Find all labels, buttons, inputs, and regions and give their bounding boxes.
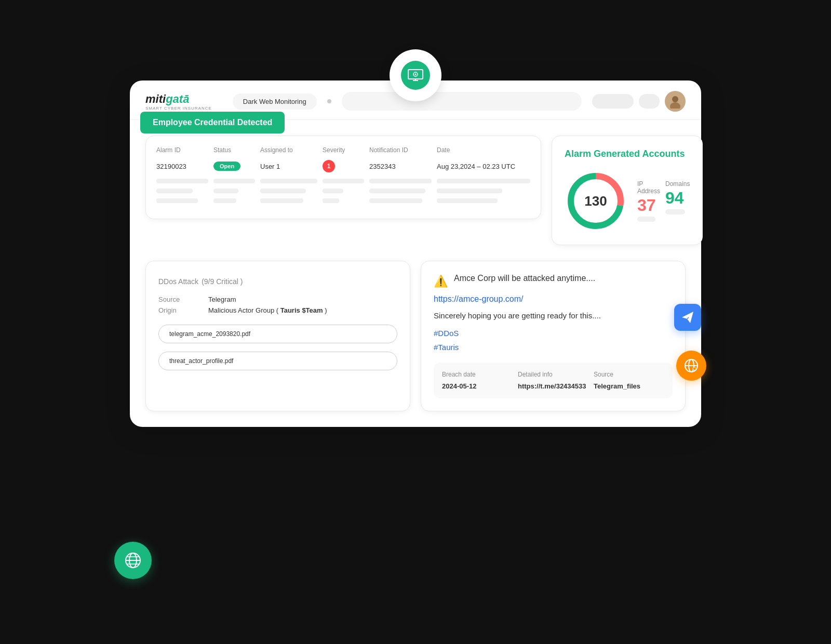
- warning-icon: ⚠️: [434, 275, 448, 288]
- notification-value: 2352343: [369, 163, 432, 170]
- breach-source: Telegram_files: [594, 382, 664, 390]
- table-row: 32190023 Open User 1 1 2352343 Aug 23,20…: [156, 160, 530, 172]
- ph-cell: [323, 189, 343, 193]
- attack-sub: Sincerely hoping you are getting ready f…: [434, 311, 673, 320]
- breach-info: https://t.me/32434533: [518, 382, 588, 390]
- ph-cell: [156, 198, 198, 203]
- alarm-content: 130 IP Address 37 Dom: [565, 170, 690, 232]
- ph-cell: [323, 179, 364, 183]
- hashtags: #DDoS #Tauris: [434, 326, 673, 354]
- bottom-section: DDos Attack (9/9 Critical ) Source Teleg…: [130, 261, 701, 427]
- ph-cell: [156, 179, 208, 183]
- breach-col-source: Source: [594, 371, 664, 378]
- ip-label: IP Address: [637, 180, 660, 195]
- header-right: [592, 91, 686, 112]
- svg-point-5: [672, 96, 678, 102]
- file-list: telegram_acme_2093820.pdf threat_actor_p…: [158, 325, 397, 377]
- ph-cell: [437, 198, 498, 203]
- float-btn-paper-plane[interactable]: [674, 304, 701, 331]
- domain-stat: Domains 94: [665, 180, 690, 222]
- ph-cell: [437, 179, 530, 183]
- domain-value: 94: [665, 190, 690, 206]
- attack-link[interactable]: https://amce-group.com/: [434, 294, 673, 304]
- ph-cell: [369, 198, 422, 203]
- col-date: Date: [437, 146, 530, 154]
- source-label: Source: [158, 296, 200, 303]
- col-severity: Severity: [323, 146, 364, 154]
- placeholder-row-3: [156, 198, 530, 203]
- file-item-2[interactable]: threat_actor_profile.pdf: [158, 352, 397, 370]
- date-value: Aug 23,2024 – 02.23 UTC: [437, 163, 530, 170]
- attack-card: ⚠️ Amce Corp will be attacked anytime...…: [421, 261, 686, 411]
- status-badge: Open: [213, 162, 240, 171]
- main-card: mitigatā SMART CYBER INSURANCE Dark Web …: [130, 81, 701, 427]
- alarm-id-value: 32190023: [156, 163, 208, 170]
- breach-table: Breach date Detailed info Source 2024-05…: [434, 363, 673, 398]
- domain-placeholder: [665, 209, 685, 214]
- float-btn-network[interactable]: [114, 542, 152, 579]
- attack-header: ⚠️ Amce Corp will be attacked anytime...…: [434, 274, 673, 288]
- svg-point-18: [693, 367, 696, 370]
- logo: mitigatā: [145, 92, 189, 106]
- top-content: Employee Credential Detected Alarm ID St…: [130, 120, 701, 261]
- col-status: Status: [213, 146, 255, 154]
- float-btn-globe-orange[interactable]: [676, 351, 706, 381]
- origin-value: Malicious Actor Group ( Tauris $Team ): [208, 306, 397, 314]
- donut-chart: 130: [565, 170, 627, 232]
- ip-placeholder: [637, 217, 655, 222]
- credential-panel: Employee Credential Detected Alarm ID St…: [145, 136, 541, 245]
- ph-cell: [369, 179, 432, 183]
- severity-value: 1: [323, 160, 364, 172]
- ph-cell: [260, 189, 306, 193]
- hashtag-1: #DDoS: [434, 326, 673, 340]
- col-assigned: Assigned to: [260, 146, 317, 154]
- domain-label: Domains: [665, 180, 690, 187]
- svg-point-6: [670, 102, 680, 109]
- alarm-title: Alarm Generated Accounts: [565, 149, 690, 159]
- status-value: Open: [213, 162, 255, 171]
- source-value: Telegram: [208, 296, 397, 303]
- monitor-icon: [401, 61, 430, 90]
- assigned-value: User 1: [260, 163, 317, 170]
- ddos-card: DDos Attack (9/9 Critical ) Source Teleg…: [145, 261, 410, 411]
- breach-col-date: Breach date: [442, 371, 513, 378]
- ph-cell: [213, 198, 236, 203]
- nav-separator: [327, 99, 331, 103]
- ph-cell: [437, 189, 502, 193]
- severity-badge: 1: [323, 160, 335, 172]
- attack-message: Amce Corp will be attacked anytime....: [454, 274, 595, 283]
- alarm-panel: Alarm Generated Accounts 130: [552, 136, 703, 245]
- hashtag-2: #Tauris: [434, 340, 673, 354]
- col-alarm-id: Alarm ID: [156, 146, 208, 154]
- placeholder-row-2: [156, 189, 530, 193]
- logo-subtitle: SMART CYBER INSURANCE: [145, 106, 212, 111]
- breach-col-info: Detailed info: [518, 371, 588, 378]
- ph-cell: [213, 179, 255, 183]
- credential-badge: Employee Credential Detected: [140, 112, 285, 133]
- ph-cell: [156, 189, 193, 193]
- ph-cell: [323, 198, 339, 203]
- ph-cell: [260, 198, 303, 203]
- ph-cell: [369, 189, 425, 193]
- table-header: Alarm ID Status Assigned to Severity Not…: [156, 146, 530, 154]
- svg-point-4: [415, 74, 417, 75]
- ph-cell: [213, 189, 238, 193]
- file-item-1[interactable]: telegram_acme_2093820.pdf: [158, 325, 397, 343]
- logo-area: mitigatā SMART CYBER INSURANCE: [145, 92, 212, 111]
- alarm-stats: IP Address 37 Domains 94: [637, 180, 690, 222]
- nav-active[interactable]: Dark Web Monitoring: [233, 93, 317, 110]
- placeholder-row-1: [156, 179, 530, 183]
- ddos-info: Source Telegram Origin Malicious Actor G…: [158, 296, 397, 314]
- user-avatar[interactable]: [665, 91, 686, 112]
- donut-total: 130: [584, 193, 607, 209]
- ip-stat: IP Address 37: [637, 180, 660, 222]
- header-pill-1: [592, 94, 634, 109]
- breach-date: 2024-05-12: [442, 382, 513, 390]
- col-notification: Notification ID: [369, 146, 432, 154]
- nav-placeholder: [342, 92, 582, 111]
- ddos-title: DDos Attack (9/9 Critical ): [158, 274, 397, 287]
- alarm-card: Alarm Generated Accounts 130: [552, 136, 703, 245]
- breach-header: Breach date Detailed info Source: [442, 371, 664, 378]
- monitor-bubble: [390, 49, 441, 101]
- header-pill-2: [639, 94, 660, 109]
